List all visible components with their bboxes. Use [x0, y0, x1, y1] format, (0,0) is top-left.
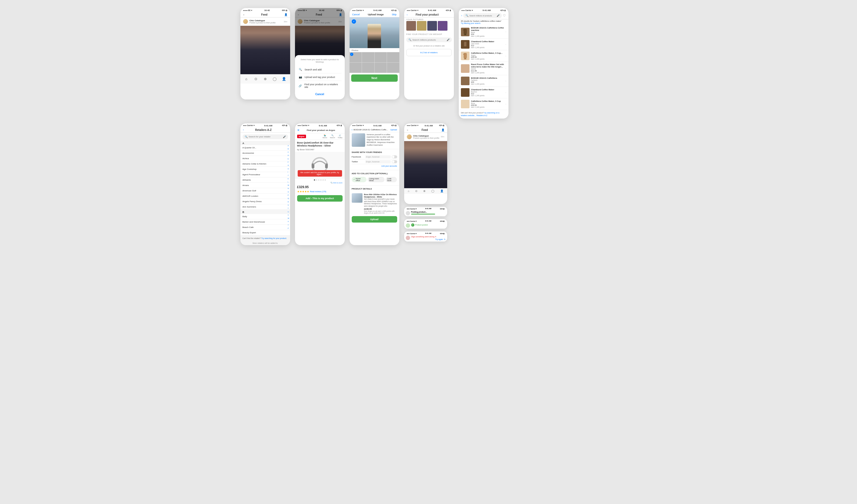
retailers-az-link[interactable]: Retailers A-Z — [476, 115, 487, 116]
zoom-text[interactable]: 🔍 Click to zoom — [331, 182, 342, 184]
retailer-achica[interactable]: Achica — [240, 156, 290, 161]
result-points-5: earn 1,249 points — [471, 94, 506, 97]
facebook-label: Facebook — [352, 156, 365, 158]
weshop-mic-icon[interactable]: 🎤 — [447, 38, 450, 41]
retailer-age-cookshop[interactable]: Age Cookshop — [240, 167, 290, 172]
twitter-toggle[interactable] — [392, 160, 397, 163]
result-item-5[interactable]: Chambord Coffee Maker Boohoo £12 earn 1,… — [459, 87, 508, 98]
result-item-6[interactable]: Caffettiera Coffee Maker, 3 Cup Bose £33… — [459, 98, 508, 110]
results-filter-text[interactable]: Try filtering your search. — [461, 22, 506, 24]
right-tab-add[interactable]: ⊕ — [423, 190, 425, 192]
next-button[interactable]: Next — [351, 74, 398, 82]
photo-cell-7[interactable] — [374, 63, 387, 73]
photo-cell-4[interactable] — [387, 52, 399, 62]
modal-option-search[interactable]: 🔍 Search and add — [298, 66, 341, 73]
result-item-1[interactable]: Chambord Coffee Maker John lewis £12 ear… — [459, 39, 508, 50]
argos-reviews[interactable]: Read reviews (178) — [310, 191, 326, 192]
retailer-agent-provocateur[interactable]: Agent Provocateur — [240, 172, 290, 177]
result-brand-3: ASOS — [471, 68, 506, 70]
feed1-person-icon[interactable]: 👤 — [284, 13, 287, 16]
retailers-mic-icon[interactable]: 🎤 — [283, 136, 286, 138]
right-feed-person[interactable]: 👤 — [441, 128, 444, 132]
argos-close-button[interactable]: ✕ — [297, 128, 300, 132]
retailers-search-bar[interactable]: 🔍 🎤 — [242, 134, 288, 139]
screen-argos-product: ●●● Carrier ▾ 9:41 AM 42% ▮ ✕ Find your … — [295, 123, 345, 245]
link-accounts-button[interactable]: Link your accounts — [352, 164, 397, 168]
feed1-navbar: ● Feed 👤 — [240, 12, 290, 17]
collection-home-office[interactable]: ✓ Home office — [352, 177, 367, 182]
photo-cell-3[interactable] — [374, 52, 387, 62]
retry-refresh-icon[interactable]: ↻ — [444, 239, 446, 241]
result-price-6: £33.50 — [471, 104, 506, 106]
retailer-amour[interactable]: AMOUR London — [240, 193, 290, 199]
right-tab-chat[interactable]: ◯ — [431, 190, 434, 192]
retailer-adnams[interactable]: Adnams Cellar & Kitchen — [240, 161, 290, 167]
add-product-button[interactable]: Add - This is my product — [297, 195, 342, 202]
photo-cell-1[interactable] — [350, 52, 362, 62]
status-bar-8: ●●● Carrier ▾ 9:41 AM 42% ▮ — [350, 123, 399, 127]
retailer-allsaints[interactable]: AllSaints — [240, 177, 290, 183]
upload-link[interactable]: Upload — [390, 128, 397, 131]
modal-option-upload[interactable]: 📷 Upload and tag your product — [298, 73, 341, 81]
facebook-toggle[interactable] — [392, 155, 397, 158]
results-search-input[interactable] — [470, 15, 495, 17]
twitter-input[interactable]: Engin, Karaman — [365, 160, 391, 163]
upload-skip-button[interactable]: Skip — [392, 13, 397, 16]
retailer-beach-cafe[interactable]: Beach Cafe — [240, 225, 290, 230]
upload-cancel-button[interactable]: Cancel — [352, 13, 360, 16]
retailer-a-quarter[interactable]: A Quarter Of... — [240, 145, 290, 151]
tab-home-1[interactable]: ⌂ — [243, 76, 249, 82]
results-count-section: 35 results for 'bodum caffettiera coffee… — [459, 19, 508, 25]
tab-profile-1[interactable]: 👤 — [281, 76, 287, 82]
right-tab-home[interactable]: ⌂ — [408, 190, 409, 192]
upload-final-button[interactable]: Upload — [352, 216, 397, 223]
pic-thumb-4[interactable] — [438, 21, 448, 31]
az-list-button[interactable]: A-Z list of retailers — [406, 49, 452, 56]
share-section: SHARE WITH YOUR FRIENDS Facebook Engin, … — [350, 150, 399, 169]
pic-thumb-1[interactable] — [406, 21, 416, 31]
battery-5: 42% ▮ — [501, 10, 506, 12]
retailer-ann-summers[interactable]: Ann Summers — [240, 204, 290, 210]
modal-option-retailer[interactable]: 🔗 Find your product on a retailers site — [298, 81, 341, 91]
product-upload-back[interactable]: ‹ — [352, 128, 353, 131]
weshop-search-input[interactable] — [413, 39, 446, 41]
pic-thumb-2[interactable] — [417, 21, 426, 31]
retailer-accessorize[interactable]: Accessorize — [240, 151, 290, 156]
retailer-amara[interactable]: Amara — [240, 183, 290, 188]
tab-add-1[interactable]: ⊕ — [263, 76, 268, 82]
weshop-search-bar[interactable]: 🔍 🎤 — [406, 37, 452, 42]
retailer-bally[interactable]: Bally — [240, 214, 290, 219]
result-item-2[interactable]: Caffettiera Coffee Maker, 3 Cup... Argos… — [459, 50, 508, 62]
argos-trolley-icon[interactable]: 🛒Trolley — [338, 134, 342, 138]
result-item-0[interactable]: BODUM 1918-01 Caffettiera Coffee machine… — [459, 25, 508, 39]
photo-cell-5[interactable] — [350, 63, 362, 73]
photo-cell-8[interactable] — [387, 63, 399, 73]
retailer-angels[interactable]: Angels Fancy Dress — [240, 199, 290, 204]
search-results-bar[interactable]: 🔍 🎤 — [463, 13, 502, 18]
modal-cancel-button[interactable]: Cancel — [298, 91, 341, 96]
search-results-back[interactable]: ‹ — [461, 14, 462, 17]
photo-cell-6[interactable] — [362, 63, 374, 73]
collection-look-book[interactable]: Look book — [386, 177, 397, 182]
retailer-barker[interactable]: Barker and Stonehouse — [240, 219, 290, 225]
result-item-3[interactable]: Ravel Press Coffee Maker Set with extra … — [459, 62, 508, 75]
retailer-american-golf[interactable]: American Golf — [240, 188, 290, 193]
filter-icon[interactable]: ♡ — [503, 14, 506, 17]
retailer-beauty-expert[interactable]: Beauty Expert — [240, 230, 290, 236]
right-tab-search[interactable]: ⊙ — [415, 190, 417, 192]
argos-stores-icon[interactable]: 🏪Stores — [322, 134, 327, 138]
results-mic-icon[interactable]: 🎤 — [497, 14, 500, 17]
retry-button[interactable]: Try again — [435, 239, 443, 241]
argos-search-icon[interactable]: 🔍Search — [330, 134, 335, 138]
photo-cell-2[interactable] — [362, 52, 374, 62]
facebook-input[interactable]: Engin, Karaman — [365, 155, 391, 158]
result-item-4[interactable]: BODUM 1918-01 Caffettiera Farfetch £24 e… — [459, 75, 508, 87]
tab-chat-1[interactable]: ◯ — [272, 76, 277, 82]
result-info-0: BODUM 1918-01 Caffettiera Coffee machine… — [471, 27, 506, 37]
cant-find-retailers-link[interactable]: Try searching for your product. — [262, 237, 287, 239]
retailers-search-input[interactable] — [249, 136, 282, 138]
right-tab-profile[interactable]: 👤 — [440, 190, 443, 192]
collection-living-room[interactable]: Living room ideas — [368, 177, 385, 182]
tab-search-1[interactable]: ⊙ — [253, 76, 258, 82]
pic-thumb-3[interactable] — [427, 21, 437, 31]
